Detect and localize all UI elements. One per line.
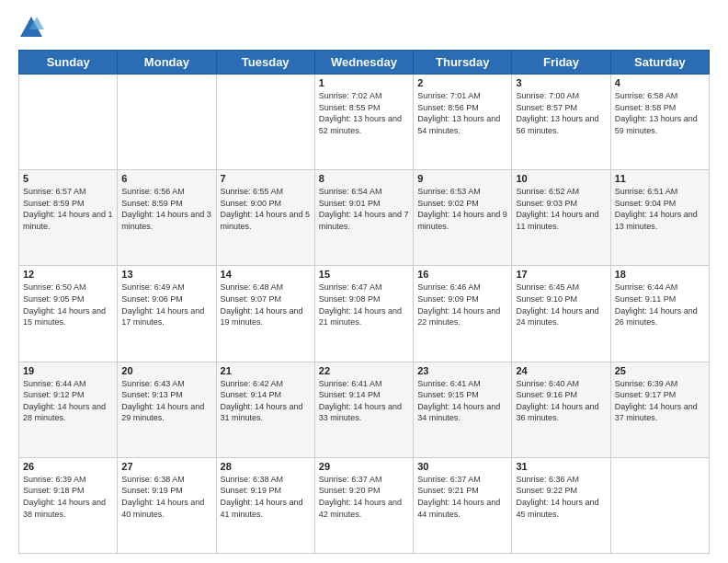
day-info: Sunrise: 6:40 AM Sunset: 9:16 PM Dayligh… xyxy=(516,378,606,424)
calendar-cell: 21Sunrise: 6:42 AM Sunset: 9:14 PM Dayli… xyxy=(216,362,314,457)
day-info: Sunrise: 6:39 AM Sunset: 9:17 PM Dayligh… xyxy=(615,378,705,424)
calendar-cell: 10Sunrise: 6:52 AM Sunset: 9:03 PM Dayli… xyxy=(512,170,610,266)
day-number: 30 xyxy=(417,461,507,472)
day-number: 25 xyxy=(615,365,705,376)
calendar-header-saturday: Saturday xyxy=(610,51,709,75)
calendar-cell: 11Sunrise: 6:51 AM Sunset: 9:04 PM Dayli… xyxy=(610,170,709,266)
calendar-header-wednesday: Wednesday xyxy=(314,51,413,75)
day-info: Sunrise: 6:46 AM Sunset: 9:09 PM Dayligh… xyxy=(417,282,507,327)
day-info: Sunrise: 6:54 AM Sunset: 9:01 PM Dayligh… xyxy=(319,186,409,232)
day-info: Sunrise: 6:44 AM Sunset: 9:12 PM Dayligh… xyxy=(23,378,113,424)
calendar-cell: 16Sunrise: 6:46 AM Sunset: 9:09 PM Dayli… xyxy=(414,266,512,362)
day-info: Sunrise: 6:58 AM Sunset: 8:58 PM Dayligh… xyxy=(615,90,705,136)
calendar-week-3: 12Sunrise: 6:50 AM Sunset: 9:05 PM Dayli… xyxy=(19,266,710,362)
calendar-header-tuesday: Tuesday xyxy=(216,51,314,75)
day-info: Sunrise: 6:53 AM Sunset: 9:02 PM Dayligh… xyxy=(417,186,507,232)
page: SundayMondayTuesdayWednesdayThursdayFrid… xyxy=(0,0,728,563)
calendar-week-1: 1Sunrise: 7:02 AM Sunset: 8:55 PM Daylig… xyxy=(19,75,710,170)
day-number: 8 xyxy=(319,173,409,184)
calendar-cell: 22Sunrise: 6:41 AM Sunset: 9:14 PM Dayli… xyxy=(314,362,413,457)
day-number: 10 xyxy=(516,173,606,184)
logo-icon xyxy=(18,15,44,40)
calendar-cell: 28Sunrise: 6:38 AM Sunset: 9:19 PM Dayli… xyxy=(216,457,314,553)
calendar-cell: 12Sunrise: 6:50 AM Sunset: 9:05 PM Dayli… xyxy=(19,266,118,362)
day-info: Sunrise: 6:36 AM Sunset: 9:22 PM Dayligh… xyxy=(516,474,606,520)
day-number: 14 xyxy=(221,269,311,280)
calendar-cell: 23Sunrise: 6:41 AM Sunset: 9:15 PM Dayli… xyxy=(414,362,512,457)
day-number: 6 xyxy=(121,173,211,184)
calendar-cell: 5Sunrise: 6:57 AM Sunset: 8:59 PM Daylig… xyxy=(19,170,118,266)
calendar-cell: 25Sunrise: 6:39 AM Sunset: 9:17 PM Dayli… xyxy=(610,362,709,457)
day-info: Sunrise: 7:01 AM Sunset: 8:56 PM Dayligh… xyxy=(417,90,507,136)
day-number: 11 xyxy=(615,173,705,184)
calendar-cell: 19Sunrise: 6:44 AM Sunset: 9:12 PM Dayli… xyxy=(19,362,118,457)
day-number: 4 xyxy=(615,77,705,88)
calendar-header-friday: Friday xyxy=(512,51,610,75)
calendar-cell: 3Sunrise: 7:00 AM Sunset: 8:57 PM Daylig… xyxy=(512,75,610,170)
calendar-cell: 7Sunrise: 6:55 AM Sunset: 9:00 PM Daylig… xyxy=(216,170,314,266)
calendar-cell: 9Sunrise: 6:53 AM Sunset: 9:02 PM Daylig… xyxy=(414,170,512,266)
day-number: 18 xyxy=(615,269,705,280)
day-info: Sunrise: 6:43 AM Sunset: 9:13 PM Dayligh… xyxy=(121,378,211,424)
day-info: Sunrise: 6:38 AM Sunset: 9:19 PM Dayligh… xyxy=(121,474,211,520)
calendar-week-5: 26Sunrise: 6:39 AM Sunset: 9:18 PM Dayli… xyxy=(19,457,710,553)
calendar-cell: 18Sunrise: 6:44 AM Sunset: 9:11 PM Dayli… xyxy=(610,266,709,362)
day-number: 12 xyxy=(23,269,113,280)
calendar-cell: 2Sunrise: 7:01 AM Sunset: 8:56 PM Daylig… xyxy=(414,75,512,170)
logo xyxy=(18,15,48,40)
day-number: 20 xyxy=(121,365,211,376)
day-number: 3 xyxy=(516,77,606,88)
day-info: Sunrise: 6:52 AM Sunset: 9:03 PM Dayligh… xyxy=(516,186,606,232)
calendar-cell xyxy=(216,75,314,170)
day-info: Sunrise: 6:57 AM Sunset: 8:59 PM Dayligh… xyxy=(23,186,113,232)
day-number: 31 xyxy=(516,461,606,472)
day-info: Sunrise: 6:38 AM Sunset: 9:19 PM Dayligh… xyxy=(221,474,311,520)
calendar-cell: 13Sunrise: 6:49 AM Sunset: 9:06 PM Dayli… xyxy=(118,266,216,362)
calendar-cell xyxy=(610,457,709,553)
calendar-cell: 8Sunrise: 6:54 AM Sunset: 9:01 PM Daylig… xyxy=(314,170,413,266)
day-number: 16 xyxy=(417,269,507,280)
calendar-cell: 31Sunrise: 6:36 AM Sunset: 9:22 PM Dayli… xyxy=(512,457,610,553)
calendar-cell: 15Sunrise: 6:47 AM Sunset: 9:08 PM Dayli… xyxy=(314,266,413,362)
day-info: Sunrise: 6:49 AM Sunset: 9:06 PM Dayligh… xyxy=(121,282,211,327)
calendar-cell: 29Sunrise: 6:37 AM Sunset: 9:20 PM Dayli… xyxy=(314,457,413,553)
calendar-header-sunday: Sunday xyxy=(19,51,118,75)
day-info: Sunrise: 6:37 AM Sunset: 9:21 PM Dayligh… xyxy=(417,474,507,520)
calendar-week-2: 5Sunrise: 6:57 AM Sunset: 8:59 PM Daylig… xyxy=(19,170,710,266)
calendar-cell: 1Sunrise: 7:02 AM Sunset: 8:55 PM Daylig… xyxy=(314,75,413,170)
day-number: 28 xyxy=(221,461,311,472)
header xyxy=(18,15,710,40)
calendar-cell: 26Sunrise: 6:39 AM Sunset: 9:18 PM Dayli… xyxy=(19,457,118,553)
calendar-cell: 14Sunrise: 6:48 AM Sunset: 9:07 PM Dayli… xyxy=(216,266,314,362)
day-number: 21 xyxy=(221,365,311,376)
day-info: Sunrise: 6:44 AM Sunset: 9:11 PM Dayligh… xyxy=(615,282,705,327)
day-info: Sunrise: 6:39 AM Sunset: 9:18 PM Dayligh… xyxy=(23,474,113,520)
day-info: Sunrise: 6:45 AM Sunset: 9:10 PM Dayligh… xyxy=(516,282,606,327)
calendar-cell: 17Sunrise: 6:45 AM Sunset: 9:10 PM Dayli… xyxy=(512,266,610,362)
day-number: 22 xyxy=(319,365,409,376)
calendar-cell: 24Sunrise: 6:40 AM Sunset: 9:16 PM Dayli… xyxy=(512,362,610,457)
calendar-cell: 4Sunrise: 6:58 AM Sunset: 8:58 PM Daylig… xyxy=(610,75,709,170)
day-number: 26 xyxy=(23,461,113,472)
day-info: Sunrise: 6:47 AM Sunset: 9:08 PM Dayligh… xyxy=(319,282,409,327)
day-info: Sunrise: 6:41 AM Sunset: 9:14 PM Dayligh… xyxy=(319,378,409,424)
day-info: Sunrise: 6:50 AM Sunset: 9:05 PM Dayligh… xyxy=(23,282,113,327)
day-number: 1 xyxy=(319,77,409,88)
day-number: 19 xyxy=(23,365,113,376)
calendar-cell: 30Sunrise: 6:37 AM Sunset: 9:21 PM Dayli… xyxy=(414,457,512,553)
day-number: 24 xyxy=(516,365,606,376)
calendar-table: SundayMondayTuesdayWednesdayThursdayFrid… xyxy=(18,50,710,554)
calendar-cell xyxy=(118,75,216,170)
day-info: Sunrise: 6:37 AM Sunset: 9:20 PM Dayligh… xyxy=(319,474,409,520)
calendar-header-thursday: Thursday xyxy=(414,51,512,75)
day-number: 15 xyxy=(319,269,409,280)
day-info: Sunrise: 7:02 AM Sunset: 8:55 PM Dayligh… xyxy=(319,90,409,136)
day-info: Sunrise: 6:42 AM Sunset: 9:14 PM Dayligh… xyxy=(221,378,311,424)
day-info: Sunrise: 6:41 AM Sunset: 9:15 PM Dayligh… xyxy=(417,378,507,424)
calendar-week-4: 19Sunrise: 6:44 AM Sunset: 9:12 PM Dayli… xyxy=(19,362,710,457)
day-number: 5 xyxy=(23,173,113,184)
day-number: 7 xyxy=(221,173,311,184)
day-number: 29 xyxy=(319,461,409,472)
calendar-cell: 6Sunrise: 6:56 AM Sunset: 8:59 PM Daylig… xyxy=(118,170,216,266)
calendar-header-row: SundayMondayTuesdayWednesdayThursdayFrid… xyxy=(19,51,710,75)
